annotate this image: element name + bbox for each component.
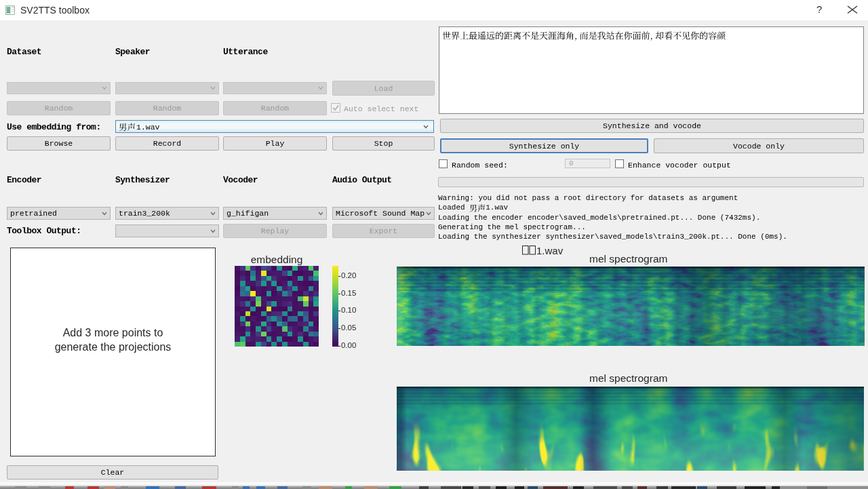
svg-text:1.wav: 1.wav	[536, 245, 564, 256]
